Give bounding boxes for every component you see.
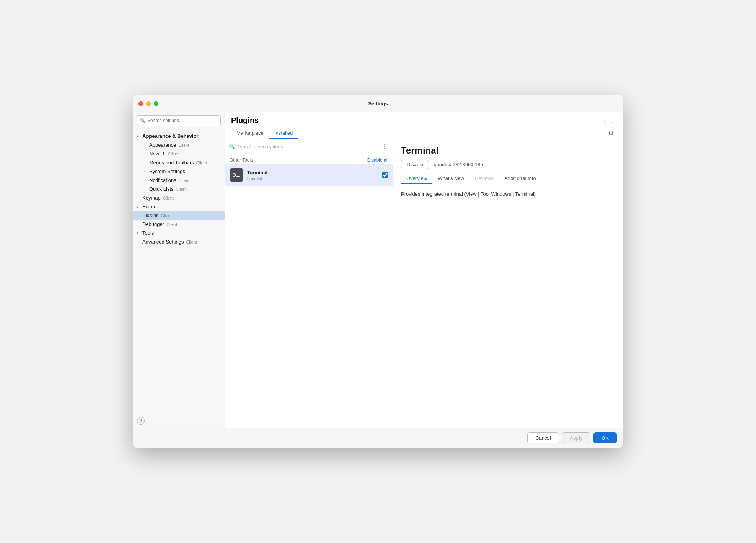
sidebar-search-wrapper: 🔍 [137, 115, 221, 126]
sidebar-item-tools[interactable]: › Tools [133, 229, 225, 237]
settings-window: Settings 🔍 ▾ Appearance & Behavior Appea… [133, 95, 623, 448]
detail-tab-overview[interactable]: Overview [401, 173, 432, 184]
plugins-tabs-row: Marketplace Installed ⚙ [231, 128, 617, 139]
nav-arrows: ‹ › [599, 116, 617, 128]
more-options-button[interactable]: ⋮ [380, 142, 389, 151]
detail-tab-reviews: Reviews [469, 173, 499, 184]
sidebar-item-editor[interactable]: › Editor [133, 202, 225, 211]
detail-tab-additional-info[interactable]: Additional Info [499, 173, 541, 184]
sidebar-item-badge: Client [196, 160, 207, 165]
sidebar-item-label: Tools [142, 230, 154, 236]
tab-marketplace[interactable]: Marketplace [231, 128, 269, 139]
detail-title: Terminal [401, 145, 615, 156]
version-text: bundled 232.8660.185 [433, 162, 483, 167]
plugin-enabled-checkbox[interactable] [382, 172, 388, 178]
plugin-item-terminal[interactable]: Terminal bundled [225, 164, 393, 186]
plugin-search-icon: 🔍 [229, 144, 235, 149]
detail-actions: Disable bundled 232.8660.185 [401, 160, 615, 169]
sidebar-item-label: Appearance [149, 142, 176, 148]
plugin-name: Terminal [247, 170, 378, 175]
expand-icon: ▾ [137, 134, 142, 138]
forward-arrow[interactable]: › [609, 118, 614, 126]
minimize-button[interactable] [146, 101, 151, 106]
sidebar-item-badge: Client [176, 187, 187, 191]
main-content: 🔍 ▾ Appearance & Behavior Appearance Cli… [133, 112, 623, 428]
plugin-search-input[interactable] [237, 144, 377, 149]
sidebar-item-keymap[interactable]: Keymap Client [133, 193, 225, 202]
bottom-bar: Cancel Apply OK [133, 428, 623, 448]
help-button[interactable]: ? [137, 417, 145, 425]
sidebar-item-menus-toolbars[interactable]: Menus and Toolbars Client [133, 158, 225, 167]
sidebar-item-system-settings[interactable]: › System Settings [133, 167, 225, 176]
sidebar-item-label: System Settings [149, 168, 185, 174]
sidebar-item-badge: Client [166, 222, 177, 227]
gear-icon[interactable]: ⚙ [605, 128, 617, 139]
plugin-info: Terminal bundled [247, 170, 378, 181]
sidebar-item-quick-lists[interactable]: Quick Lists Client [133, 185, 225, 193]
window-title: Settings [368, 101, 388, 106]
sidebar-item-badge: Client [179, 178, 189, 183]
traffic-lights [138, 101, 158, 106]
sidebar-search-input[interactable] [137, 115, 221, 126]
sidebar-item-label: Menus and Toolbars [149, 160, 194, 165]
detail-tabs: Overview What's New Reviews Additional I… [401, 173, 615, 184]
detail-content: Provides integrated terminal (View | Too… [393, 184, 623, 428]
sidebar-item-plugins[interactable]: Plugins Client [133, 211, 225, 220]
maximize-button[interactable] [154, 101, 158, 106]
sidebar-item-advanced-settings[interactable]: Advanced Settings Client [133, 237, 225, 246]
sidebar-item-badge: Client [161, 213, 172, 218]
sidebar-item-label: Keymap [142, 195, 161, 201]
panels-area: 🔍 ⋮ Other Tools Disable all [225, 139, 623, 428]
plugin-meta: bundled [247, 176, 378, 181]
sidebar-item-label: New UI [149, 151, 166, 157]
plugins-title: Plugins [231, 116, 259, 125]
sidebar: 🔍 ▾ Appearance & Behavior Appearance Cli… [133, 112, 225, 428]
tab-installed[interactable]: Installed [269, 128, 298, 139]
detail-tab-whats-new[interactable]: What's New [432, 173, 469, 184]
sidebar-item-badge: Client [168, 152, 179, 156]
expand-icon: › [137, 231, 142, 235]
sidebar-item-badge: Client [163, 196, 174, 200]
ok-button[interactable]: OK [593, 432, 617, 443]
sidebar-item-label: Quick Lists [149, 186, 174, 192]
search-icon: 🔍 [140, 118, 146, 123]
title-bar: Settings [133, 95, 623, 112]
sidebar-item-label: Notifications [149, 177, 176, 183]
cancel-button[interactable]: Cancel [527, 432, 559, 443]
plugin-list-panel: 🔍 ⋮ Other Tools Disable all [225, 139, 393, 428]
close-button[interactable] [138, 101, 143, 106]
sidebar-item-appearance[interactable]: Appearance Client [133, 141, 225, 149]
description-text: Provides integrated terminal (View | Too… [401, 190, 615, 198]
expand-icon: › [137, 204, 142, 209]
plugins-header: Plugins ‹ › Marketplace Installed ⚙ [225, 112, 623, 139]
back-arrow[interactable]: ‹ [602, 118, 607, 126]
apply-button[interactable]: Apply [562, 432, 591, 443]
sidebar-item-label: Debugger [142, 221, 164, 227]
disable-all-button[interactable]: Disable all [367, 157, 388, 163]
plugin-search-bar: 🔍 ⋮ [225, 139, 393, 154]
disable-plugin-button[interactable]: Disable [401, 160, 429, 169]
sidebar-item-badge: Client [186, 240, 197, 244]
sidebar-item-new-ui[interactable]: New UI Client [133, 149, 225, 158]
sidebar-search-container: 🔍 [133, 112, 225, 129]
sidebar-item-label: Appearance & Behavior [142, 133, 199, 139]
terminal-plugin-icon [230, 168, 243, 182]
sidebar-item-label: Editor [142, 204, 155, 209]
sidebar-nav: ▾ Appearance & Behavior Appearance Clien… [133, 129, 225, 414]
sidebar-item-label: Plugins [142, 213, 159, 218]
right-panel: Plugins ‹ › Marketplace Installed ⚙ [225, 112, 623, 428]
plugin-list: Terminal bundled [225, 164, 393, 428]
section-label-row: Other Tools Disable all [225, 154, 393, 164]
detail-panel: Terminal Disable bundled 232.8660.185 Ov… [393, 139, 623, 428]
sidebar-item-label: Advanced Settings [142, 239, 184, 245]
sidebar-item-debugger[interactable]: Debugger Client [133, 220, 225, 229]
sidebar-item-badge: Client [178, 143, 189, 147]
sidebar-footer: ? [133, 414, 225, 428]
sidebar-item-notifications[interactable]: Notifications Client [133, 176, 225, 185]
sidebar-item-appearance-behavior[interactable]: ▾ Appearance & Behavior [133, 132, 225, 141]
detail-header: Terminal Disable bundled 232.8660.185 Ov… [393, 139, 623, 184]
expand-icon: › [144, 169, 149, 173]
other-tools-label: Other Tools [230, 157, 253, 163]
